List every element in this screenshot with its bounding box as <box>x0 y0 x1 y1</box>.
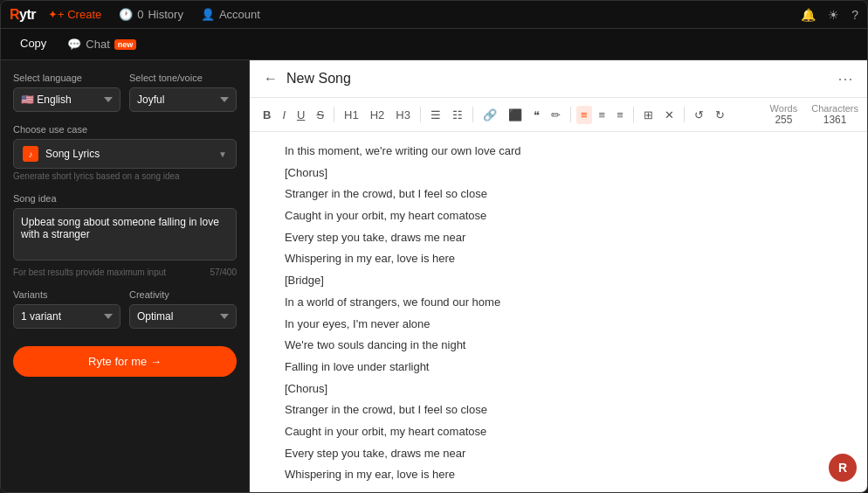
theme-icon[interactable]: ☀ <box>828 8 839 22</box>
editor-menu-icon[interactable]: ⋯ <box>837 69 853 88</box>
top-nav: Rytr ✦ + Create 🕐 0 History 👤 Account 🔔 … <box>1 1 867 29</box>
song-idea-hint: For best results provide maximum input <box>13 267 166 277</box>
align-left-button[interactable]: ≡ <box>576 106 592 124</box>
lyric-line: Whispering in my ear, love is here <box>285 248 832 270</box>
table-button[interactable]: ⊞ <box>639 106 658 124</box>
editor-panel: ← New Song ⋯ B I U S H1 H2 H3 ☰ ☷ 🔗 ⬛ <box>250 60 867 492</box>
creativity-label: Creativity <box>129 289 237 300</box>
creativity-select[interactable]: Optimal High Max <box>129 304 237 329</box>
image-button[interactable]: ⬛ <box>504 106 527 124</box>
use-case-hint: Generate short lyrics based on a song id… <box>13 171 237 181</box>
nav-history[interactable]: 🕐 0 History <box>119 8 183 21</box>
ryte-for-me-button[interactable]: Ryte for me → <box>13 346 237 377</box>
quote-button[interactable]: ❝ <box>529 106 544 124</box>
strikethrough-button[interactable]: S <box>312 106 328 124</box>
tab-copy[interactable]: Copy <box>10 31 57 57</box>
align-center-button[interactable]: ≡ <box>595 106 610 124</box>
sidebar: Select language 🇺🇸 English Spanish Frenc… <box>1 60 250 492</box>
highlight-button[interactable]: ✏ <box>547 106 565 124</box>
back-arrow-icon[interactable]: ← <box>264 71 278 87</box>
lyric-line: Stranger in the crowd, but I feel so clo… <box>285 399 832 421</box>
italic-button[interactable]: I <box>278 106 290 124</box>
chars-stat: Characters 1361 <box>811 103 858 126</box>
use-case-label: Choose use case <box>13 124 237 135</box>
language-label: Select language <box>13 73 121 83</box>
h2-button[interactable]: H2 <box>366 106 389 124</box>
tone-select[interactable]: Joyful Sad Romantic <box>129 87 237 112</box>
use-case-text: Song Lyrics <box>45 148 211 160</box>
align-right-button[interactable]: ≡ <box>612 106 628 124</box>
editor-title: New Song <box>286 71 829 87</box>
language-select[interactable]: 🇺🇸 English Spanish French <box>13 87 121 112</box>
history-label: History <box>148 8 183 21</box>
editor-header: ← New Song ⋯ <box>250 60 867 98</box>
toolbar-sep-1 <box>334 107 334 122</box>
account-icon: 👤 <box>201 8 215 21</box>
words-label: Words <box>770 103 798 114</box>
logo-text: Rytr <box>10 7 36 23</box>
toolbar-sep-2 <box>420 107 421 122</box>
lyric-line: [Chorus] <box>285 163 832 184</box>
song-idea-section: Song idea Upbeat song about someone fall… <box>13 193 237 277</box>
lyric-line: [Chorus] <box>285 378 832 400</box>
lyric-line: In a world of strangers, we found our ho… <box>285 292 832 314</box>
avatar: R <box>829 454 857 482</box>
ordered-list-button[interactable]: ☷ <box>448 106 467 124</box>
link-button[interactable]: 🔗 <box>479 106 501 124</box>
undo-button[interactable]: ↺ <box>690 106 708 124</box>
editor-content[interactable]: In this moment, we're writing our own lo… <box>250 132 867 492</box>
toolbar-sep-6 <box>684 107 685 122</box>
variants-label: Variants <box>13 289 121 300</box>
words-chars: Words 255 Characters 1361 <box>770 103 858 126</box>
create-icon: ✦ <box>48 8 58 21</box>
words-stat: Words 255 <box>770 103 798 126</box>
lyric-line: Every step you take, draws me near <box>285 227 832 249</box>
lyric-line: In your eyes, I'm never alone <box>285 314 832 336</box>
words-value: 255 <box>775 114 792 126</box>
underline-button[interactable]: U <box>293 106 309 124</box>
h1-button[interactable]: H1 <box>340 106 363 124</box>
app-container: Rytr ✦ + Create 🕐 0 History 👤 Account 🔔 … <box>0 0 868 493</box>
use-case-chevron-icon: ▼ <box>218 149 227 159</box>
lyric-line: [Bridge] <box>285 270 832 292</box>
help-icon[interactable]: ? <box>851 8 858 22</box>
bold-button[interactable]: B <box>258 106 275 124</box>
creativity-group: Creativity Optimal High Max <box>129 289 237 329</box>
main-layout: Select language 🇺🇸 English Spanish Frenc… <box>1 60 867 492</box>
chat-badge: new <box>114 39 137 50</box>
lyric-line: Falling in love under starlight <box>285 357 832 378</box>
nav-create-button[interactable]: ✦ + Create <box>48 8 101 21</box>
lyric-line: [Outro] <box>285 486 832 492</box>
chars-value: 1361 <box>823 114 847 126</box>
create-label: + Create <box>58 8 101 21</box>
language-tone-row: Select language 🇺🇸 English Spanish Frenc… <box>13 73 237 112</box>
toolbar-sep-4 <box>570 107 571 122</box>
redo-button[interactable]: ↻ <box>711 106 729 124</box>
use-case-section: Choose use case ♪ Song Lyrics ▼ Generate… <box>13 124 237 181</box>
lyric-line: Stranger in the crowd, but I feel so clo… <box>285 184 832 205</box>
nav-account[interactable]: 👤 Account <box>201 8 260 21</box>
toolbar: B I U S H1 H2 H3 ☰ ☷ 🔗 ⬛ ❝ ✏ ≡ ≡ ≡ <box>250 98 867 132</box>
account-label: Account <box>219 8 260 21</box>
lyric-line: Every step you take, draws me near <box>285 443 832 465</box>
history-count: 0 <box>137 8 143 21</box>
char-count: 57/400 <box>210 267 237 277</box>
tone-group: Select tone/voice Joyful Sad Romantic <box>129 73 237 112</box>
ryte-btn-label: Ryte for me → <box>88 355 162 368</box>
notification-icon[interactable]: 🔔 <box>801 8 816 22</box>
tab-chat[interactable]: 💬 Chat new <box>57 32 147 56</box>
clear-button[interactable]: ✕ <box>660 106 679 124</box>
nav-right: 🔔 ☀ ? <box>801 8 858 22</box>
song-idea-label: Song idea <box>13 193 237 204</box>
toolbar-sep-3 <box>472 107 473 122</box>
lyric-line: Whispering in my ear, love is here <box>285 464 832 486</box>
h3-button[interactable]: H3 <box>391 106 415 124</box>
chars-label: Characters <box>811 103 858 114</box>
variants-select[interactable]: 1 variant 2 variants 3 variants <box>13 304 121 329</box>
use-case-select[interactable]: ♪ Song Lyrics ▼ <box>13 139 237 169</box>
variants-creativity-row: Variants 1 variant 2 variants 3 variants… <box>13 289 237 329</box>
second-nav: Copy 💬 Chat new <box>1 29 867 60</box>
chat-label: Chat <box>86 38 109 51</box>
unordered-list-button[interactable]: ☰ <box>426 106 445 124</box>
song-idea-input[interactable]: Upbeat song about someone falling in lov… <box>13 208 237 260</box>
